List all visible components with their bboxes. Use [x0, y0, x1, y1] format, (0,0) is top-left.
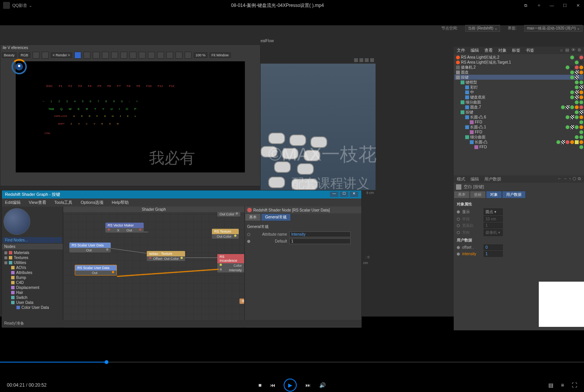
- node-scalar-user-data-2[interactable]: RS Scalar User Data Out: [75, 265, 117, 276]
- minimize-button[interactable]: —: [549, 2, 555, 8]
- subtitle-button[interactable]: ▤: [548, 382, 553, 388]
- vp-icon[interactable]: [359, 58, 363, 62]
- sg-tree-item[interactable]: Bump: [3, 275, 62, 280]
- attr-tab-userdata[interactable]: 用户数据: [484, 176, 501, 182]
- rv-btn5[interactable]: [120, 52, 127, 59]
- rv-channel-select[interactable]: Beauty: [2, 52, 16, 58]
- rv-btn12[interactable]: [185, 52, 192, 59]
- tree-row[interactable]: FFD: [454, 120, 583, 125]
- attr-subtab-object[interactable]: 对象: [486, 191, 502, 198]
- fwd-icon[interactable]: →: [563, 176, 568, 182]
- om-tab-edit[interactable]: 编辑: [471, 48, 479, 53]
- sg-close[interactable]: ✕: [350, 192, 358, 197]
- tree-row[interactable]: RS Area Light区域光.2: [454, 55, 583, 60]
- object-tree[interactable]: RS Area Light区域光.2RS Area Light区域光.Targe…: [454, 54, 584, 177]
- prev-button[interactable]: ⏮: [270, 382, 276, 388]
- tree-row[interactable]: 圆盘: [454, 70, 583, 75]
- om-tab-view[interactable]: 查看: [484, 48, 493, 53]
- sg-minimize[interactable]: —: [330, 192, 338, 197]
- stop-button[interactable]: ■: [258, 382, 261, 388]
- layers-icon[interactable]: ⧉: [578, 48, 581, 53]
- tree-row[interactable]: 按键: [454, 75, 583, 80]
- sg-tree-item[interactable]: ⊞Materials: [3, 250, 62, 255]
- seek-thumb[interactable]: [105, 360, 108, 364]
- om-tab-tags[interactable]: 标签: [512, 48, 520, 53]
- sg-tree-item[interactable]: ⊞Textures: [3, 255, 62, 260]
- sg-menu-view[interactable]: View查看: [29, 200, 46, 205]
- node-partial[interactable]: R: [240, 299, 244, 304]
- tree-row[interactable]: RS Area Light区域光.Target.1: [454, 60, 583, 65]
- sg-find-nodes[interactable]: Find Nodes...: [3, 237, 62, 243]
- rv-render-select[interactable]: < Render >: [51, 52, 72, 58]
- pip-icon[interactable]: ⧉: [523, 2, 529, 8]
- sg-tree-item[interactable]: ⊞Utilities: [3, 260, 62, 265]
- volume-button[interactable]: 🔊: [319, 382, 326, 388]
- menu-icon[interactable]: ⧉: [578, 176, 581, 182]
- tree-row[interactable]: 彩灯: [454, 85, 583, 90]
- lock-icon[interactable]: ⬡: [573, 176, 576, 182]
- play-button[interactable]: ▶: [284, 379, 297, 392]
- sg-node-tree[interactable]: ⊞Materials⊞Textures⊞UtilitiesAOVsAttribu…: [2, 249, 63, 328]
- tree-row[interactable]: 长圆-凸: [454, 139, 583, 144]
- tree-row[interactable]: 细分曲面: [454, 134, 583, 139]
- playlist-button[interactable]: ≡: [561, 382, 564, 388]
- rv-btn2[interactable]: [93, 52, 100, 59]
- eye-icon[interactable]: 👁: [571, 48, 576, 53]
- vp-icon[interactable]: [370, 58, 374, 62]
- pin-icon[interactable]: ✧: [536, 2, 542, 8]
- attr-subtab-coord[interactable]: 坐标: [470, 191, 486, 198]
- sg-menu-help[interactable]: Help帮助: [112, 200, 129, 205]
- vp-icon[interactable]: [354, 58, 358, 62]
- display-select[interactable]: 圆点 ▾: [484, 208, 503, 215]
- sg-tree-item[interactable]: User Data: [3, 300, 62, 305]
- tree-row[interactable]: 按键: [454, 110, 583, 115]
- sg-tree-item[interactable]: C4D: [3, 280, 62, 285]
- sg-tree-item[interactable]: Displacement: [3, 285, 62, 290]
- tree-row[interactable]: 长圆-凸.6: [454, 115, 583, 120]
- sg-menu-options[interactable]: Options选项: [81, 200, 104, 205]
- fullscreen-button[interactable]: ⛶: [572, 382, 577, 388]
- rv-btn11[interactable]: [176, 52, 182, 59]
- seek-bar[interactable]: [0, 360, 584, 364]
- rv-btn[interactable]: [33, 52, 39, 59]
- sg-tree-item[interactable]: Switch: [3, 295, 62, 300]
- tree-row[interactable]: 细分曲面: [454, 100, 583, 105]
- rv-lock-icon[interactable]: [74, 52, 81, 59]
- sg-tree-item[interactable]: Attributes: [3, 270, 62, 275]
- tree-row[interactable]: 摄像机.2: [454, 65, 583, 70]
- viewport-3d[interactable]: [261, 64, 376, 190]
- rv-grid-icon[interactable]: [84, 52, 90, 59]
- close-button[interactable]: ✕: [575, 2, 581, 8]
- search-icon[interactable]: ⌕: [560, 48, 563, 53]
- rv-btn10[interactable]: [166, 52, 173, 59]
- sg-menu-tools[interactable]: Tools工具: [54, 200, 73, 205]
- app-menu-dropdown[interactable]: ⌄: [29, 3, 32, 8]
- node-rs-texture[interactable]: RS Texture Out Color: [212, 229, 239, 239]
- rv-rgb-select[interactable]: RGB: [19, 52, 30, 58]
- rv-btn4[interactable]: [111, 52, 118, 59]
- rv-btn7[interactable]: [139, 52, 146, 59]
- up-icon[interactable]: ↑: [569, 176, 571, 182]
- om-tab-bookmarks[interactable]: 书签: [526, 48, 534, 53]
- offset-field[interactable]: 0: [484, 244, 503, 250]
- rv-btn6[interactable]: [130, 52, 136, 59]
- sg-rtab-general[interactable]: General常规: [261, 213, 291, 221]
- rv-crop-icon[interactable]: [42, 52, 49, 59]
- node-scalar-user-data-1[interactable]: RS Scalar User Data Out: [69, 243, 111, 253]
- filter-icon[interactable]: ▤: [565, 48, 569, 53]
- attr-tab-mode[interactable]: 模式: [457, 176, 465, 182]
- intensity-field[interactable]: 1: [484, 251, 503, 257]
- tree-row[interactable]: 中: [454, 90, 583, 95]
- attribute-name-field[interactable]: [289, 231, 351, 237]
- vp-icon[interactable]: [365, 58, 369, 62]
- om-tab-file[interactable]: 文件: [457, 48, 465, 53]
- node-setiao-texture[interactable]: setiao : Texture OffsetOut Color: [147, 251, 185, 261]
- rv-fit-select[interactable]: Fit Window: [210, 52, 231, 58]
- rv-btn3[interactable]: [102, 52, 109, 59]
- tree-row[interactable]: 键模型: [454, 80, 583, 85]
- tree-row[interactable]: 长圆-凸.1: [454, 125, 583, 130]
- sg-menu-edit[interactable]: Edit编辑: [5, 200, 21, 205]
- sg-rtab-basic[interactable]: 基本: [245, 213, 261, 221]
- tree-row[interactable]: 键盘底座: [454, 95, 583, 100]
- default-value-field[interactable]: [289, 238, 351, 244]
